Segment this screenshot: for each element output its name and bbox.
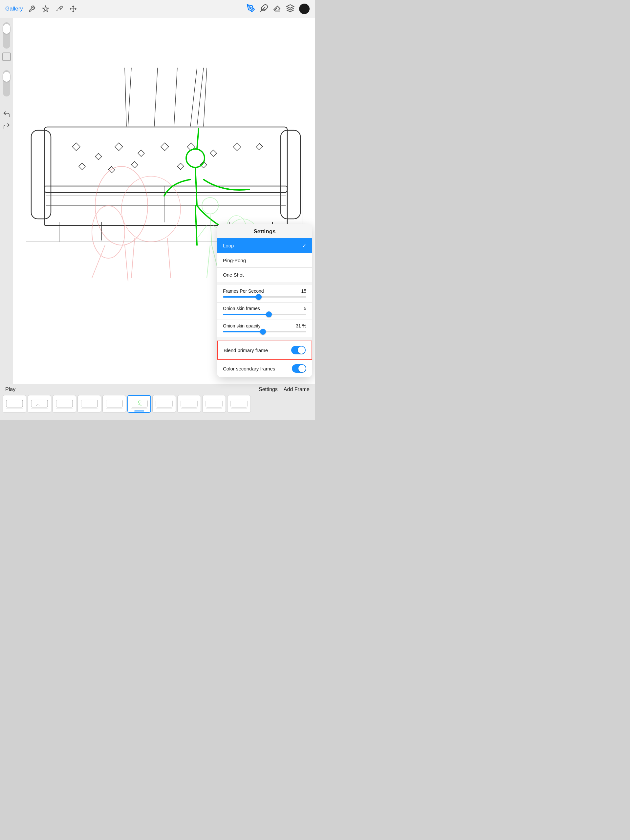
color-secondary-toggle[interactable] (292, 364, 306, 373)
bottom-controls: Play Settings Add Frame (0, 384, 315, 394)
top-toolbar: Gallery (0, 0, 315, 18)
bottom-bar: Play Settings Add Frame (0, 384, 315, 420)
toolbar-right (247, 4, 310, 14)
magic-icon[interactable] (41, 4, 51, 14)
frames-strip (0, 394, 315, 414)
checkmark-icon: ✓ (302, 243, 306, 249)
svg-line-29 (131, 238, 135, 278)
play-button[interactable]: Play (5, 387, 16, 392)
eraser-tool-icon[interactable] (273, 4, 281, 14)
svg-rect-44 (6, 400, 23, 407)
svg-line-37 (197, 226, 207, 238)
smudge-icon[interactable] (54, 4, 64, 14)
svg-rect-65 (231, 400, 247, 407)
svg-rect-4 (44, 127, 287, 193)
gallery-button[interactable]: Gallery (5, 6, 23, 12)
svg-line-19 (154, 68, 158, 126)
svg-line-21 (190, 68, 197, 126)
pen-tool-icon[interactable] (247, 4, 255, 14)
svg-point-31 (186, 149, 204, 167)
svg-line-23 (204, 68, 207, 126)
onion-opacity-label: Onion skin opacity (223, 323, 260, 328)
svg-line-18 (128, 68, 131, 126)
settings-popup: Settings Loop ✓ Ping-Pong One Shot Frame… (217, 224, 312, 377)
frame-thumb-2[interactable] (28, 395, 51, 413)
brush-size-slider[interactable] (3, 22, 10, 49)
blend-primary-toggle-row: Blend primary frame (217, 341, 312, 360)
redo-button[interactable] (3, 122, 11, 131)
frame-thumb-1[interactable] (3, 395, 26, 413)
svg-rect-48 (56, 400, 73, 407)
layers-icon[interactable] (286, 4, 294, 14)
svg-point-25 (92, 206, 125, 258)
svg-line-26 (92, 245, 105, 278)
color-square-button[interactable] (2, 52, 11, 61)
frame-thumb-7[interactable] (152, 395, 176, 413)
svg-line-30 (168, 238, 171, 278)
svg-point-55 (139, 401, 141, 403)
svg-rect-54 (131, 400, 147, 407)
wrench-icon[interactable] (27, 4, 37, 14)
svg-point-0 (250, 7, 251, 8)
svg-line-27 (125, 245, 128, 281)
onion-frames-value: 5 (304, 306, 306, 311)
color-secondary-label: Color secondary frames (223, 366, 275, 371)
svg-line-34 (197, 129, 199, 149)
toolbar-left: Gallery (5, 4, 78, 14)
svg-rect-46 (31, 400, 47, 407)
move-icon[interactable] (68, 4, 78, 14)
settings-title: Settings (217, 224, 312, 238)
left-sidebar (0, 18, 13, 384)
blend-primary-label: Blend primary frame (223, 347, 268, 353)
svg-rect-63 (206, 400, 222, 407)
svg-line-22 (197, 68, 204, 126)
ink-tool-icon[interactable] (260, 4, 268, 14)
blend-primary-toggle[interactable] (291, 346, 306, 354)
svg-line-33 (195, 206, 197, 245)
settings-button[interactable]: Settings (259, 387, 278, 392)
svg-line-39 (207, 245, 210, 278)
onion-frames-slider-row: Onion skin frames 5 (217, 303, 312, 320)
onion-opacity-value: 31 % (296, 323, 306, 328)
one-shot-option[interactable]: One Shot (217, 268, 312, 282)
svg-marker-3 (287, 5, 294, 8)
svg-line-17 (125, 68, 127, 126)
add-frame-button[interactable]: Add Frame (283, 387, 310, 392)
onion-opacity-slider[interactable] (223, 331, 306, 332)
svg-line-32 (195, 167, 197, 206)
frame-thumb-8[interactable] (177, 395, 201, 413)
fps-slider[interactable] (223, 296, 306, 298)
bottom-actions: Settings Add Frame (259, 387, 310, 392)
undo-button[interactable] (3, 110, 11, 120)
onion-opacity-slider-row: Onion skin opacity 31 % (217, 320, 312, 337)
fps-label: Frames Per Second (223, 289, 264, 294)
svg-rect-52 (106, 400, 122, 407)
frame-thumb-4[interactable] (78, 395, 101, 413)
frame-thumb-10[interactable] (227, 395, 251, 413)
svg-rect-50 (81, 400, 98, 407)
frame-thumb-6[interactable] (127, 395, 151, 413)
onion-frames-slider[interactable] (223, 314, 306, 315)
loop-option[interactable]: Loop ✓ (217, 238, 312, 253)
fps-value: 15 (301, 289, 306, 294)
active-frame-indicator (134, 411, 144, 412)
svg-line-20 (174, 68, 177, 126)
avatar[interactable] (299, 4, 310, 14)
onion-frames-label: Onion skin frames (223, 306, 260, 311)
ping-pong-option[interactable]: Ping-Pong (217, 253, 312, 268)
fps-slider-row: Frames Per Second 15 (217, 285, 312, 303)
frame-thumb-9[interactable] (202, 395, 226, 413)
frame-thumb-5[interactable] (103, 395, 126, 413)
svg-rect-61 (181, 400, 197, 407)
opacity-slider[interactable] (3, 70, 10, 96)
svg-rect-59 (156, 400, 173, 407)
frame-thumb-3[interactable] (52, 395, 76, 413)
color-secondary-toggle-row: Color secondary frames (217, 360, 312, 377)
